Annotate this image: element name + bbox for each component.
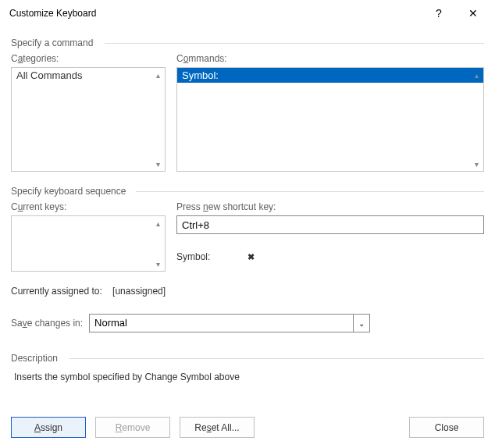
scroll-up-icon[interactable]: ▴ xyxy=(152,218,163,229)
button-bar: Assign Remove Reset All... Close xyxy=(11,417,484,438)
current-keys-listbox[interactable]: ▴ ▾ xyxy=(11,215,166,272)
scroll-down-icon[interactable]: ▾ xyxy=(152,158,163,169)
assign-button[interactable]: Assign xyxy=(11,417,86,438)
currently-assigned-row: Currently assigned to: [unassigned] xyxy=(11,286,484,297)
commands-label: Commands: xyxy=(176,53,484,64)
group-specify-command: Specify a command xyxy=(11,37,484,48)
commands-listbox[interactable]: Symbol: ▴ ▾ xyxy=(176,67,484,172)
scroll-down-icon[interactable]: ▾ xyxy=(471,158,482,169)
currently-assigned-value: [unassigned] xyxy=(112,286,166,297)
remove-button[interactable]: Remove xyxy=(95,417,170,438)
list-item[interactable]: Symbol: xyxy=(177,68,483,83)
new-shortcut-input[interactable] xyxy=(176,215,484,234)
help-button[interactable]: ? xyxy=(422,2,456,25)
save-changes-select[interactable]: Normal ⌄ xyxy=(89,314,370,332)
scroll-up-icon[interactable]: ▴ xyxy=(152,69,163,80)
close-button[interactable]: Close xyxy=(409,417,484,438)
symbol-preview-glyph: ✖ xyxy=(248,252,255,262)
current-keys-label: Current keys: xyxy=(11,201,166,212)
symbol-preview-label: Symbol: xyxy=(176,251,210,262)
group-description: Description xyxy=(11,353,484,364)
window-title: Customize Keyboard xyxy=(9,8,422,19)
titlebar: Customize Keyboard ? ✕ xyxy=(0,0,495,27)
description-text: Inserts the symbol specified by Change S… xyxy=(14,372,484,382)
scroll-up-icon[interactable]: ▴ xyxy=(471,69,482,80)
categories-label: Categories: xyxy=(11,53,166,64)
scroll-down-icon[interactable]: ▾ xyxy=(152,258,163,269)
save-changes-label: Save changes in: xyxy=(11,318,83,329)
close-window-button[interactable]: ✕ xyxy=(456,2,490,25)
currently-assigned-label: Currently assigned to: xyxy=(11,286,102,297)
save-changes-value: Normal xyxy=(89,314,370,332)
symbol-preview-row: Symbol: ✖ xyxy=(176,251,484,262)
list-item[interactable]: All Commands xyxy=(12,68,165,83)
chevron-down-icon[interactable]: ⌄ xyxy=(353,314,370,332)
group-specify-sequence: Specify keyboard sequence xyxy=(11,186,484,197)
reset-all-button[interactable]: Reset All... xyxy=(180,417,255,438)
new-shortcut-label: Press new shortcut key: xyxy=(176,201,484,212)
dialog-content: Specify a command Categories: All Comman… xyxy=(0,27,495,446)
categories-listbox[interactable]: All Commands ▴ ▾ xyxy=(11,67,166,172)
